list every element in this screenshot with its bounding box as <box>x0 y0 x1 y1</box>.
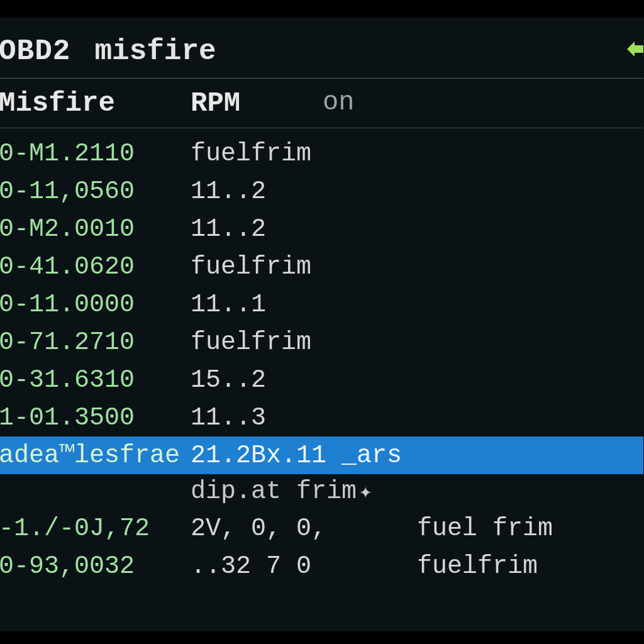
list-item[interactable]: 0-31.6310 15..2 <box>0 361 643 399</box>
column-headers: Misfire RPM on <box>0 79 644 128</box>
misfire-value: 0-11.0000 <box>0 291 191 319</box>
list-item[interactable]: -1./-0J,72 2V, 0, 0, fuel frim <box>0 509 643 547</box>
header-misfire: Misfire <box>0 87 191 119</box>
list-item[interactable]: 0-71.2710 fuelfrim <box>0 323 643 361</box>
misfire-value: 0-11,0560 <box>0 177 191 206</box>
misfire-value: 0-31.6310 <box>0 366 191 394</box>
list-item[interactable]: 0-93,0032 ..32 7 0 fuelfrim <box>0 547 643 585</box>
rpm-value: fuelfrim <box>191 328 417 357</box>
misfire-value: 0-93,0032 <box>0 552 191 580</box>
rpm-value: 2V, 0, 0, <box>191 514 417 543</box>
rpm-value: 11..1 <box>191 291 417 319</box>
list-item[interactable]: 0-41.0620 fuelfrim <box>0 248 643 286</box>
misfire-value: 0-M2.0010 <box>0 215 191 243</box>
sub-label: dip.at frim <box>191 477 357 506</box>
data-list: 0-M1.2110 fuelfrim 0-11,0560 11..2 0-M2.… <box>0 135 644 585</box>
title-bar: OBD2 misfire <box>0 30 644 78</box>
list-item[interactable]: 0-11,0560 11..2 <box>0 172 643 210</box>
rpm-value: fuelfrim <box>191 140 417 168</box>
misfire-value: 0-41.0620 <box>0 253 191 281</box>
app-title: OBD2 <box>0 35 70 68</box>
list-item[interactable]: 0-M1.2110 fuelfrim <box>0 135 643 172</box>
header-rpm: RPM <box>191 87 323 119</box>
obd2-screen: OBD2 misfire Misfire RPM on 0-M1.2110 fu… <box>0 18 644 631</box>
rpm-value: fuelfrim <box>191 253 417 281</box>
list-item[interactable]: 0-M2.0010 11..2 <box>0 210 643 248</box>
app-subtitle: misfire <box>94 35 216 68</box>
cursor-icon: ✦ <box>359 478 372 504</box>
header-on: on <box>323 87 354 119</box>
divider <box>0 128 643 128</box>
misfire-value: -1./-0J,72 <box>0 514 191 543</box>
status-icon <box>622 34 644 64</box>
extra-value: fuel frim <box>417 514 553 543</box>
misfire-value: adea™lesfrae <box>0 441 191 470</box>
misfire-value: 0-M1.2110 <box>0 140 191 168</box>
rpm-value: 21.2Bx.11 _ars <box>191 441 417 470</box>
misfire-value: 0-71.2710 <box>0 328 191 357</box>
list-item[interactable]: 1-01.3500 11..3 <box>0 399 643 436</box>
sub-label-row: dip.at frim ✦ <box>0 474 643 509</box>
rpm-value: 15..2 <box>191 366 417 394</box>
list-item[interactable]: 0-11.0000 11..1 <box>0 286 643 323</box>
list-item-selected[interactable]: adea™lesfrae 21.2Bx.11 _ars <box>0 436 643 474</box>
misfire-value: 1-01.3500 <box>0 404 191 432</box>
rpm-value: 11..2 <box>191 177 417 206</box>
rpm-value: 11..3 <box>191 404 417 432</box>
rpm-value: ..32 7 0 <box>191 552 417 580</box>
extra-value: fuelfrim <box>417 552 538 580</box>
rpm-value: 11..2 <box>191 215 417 243</box>
